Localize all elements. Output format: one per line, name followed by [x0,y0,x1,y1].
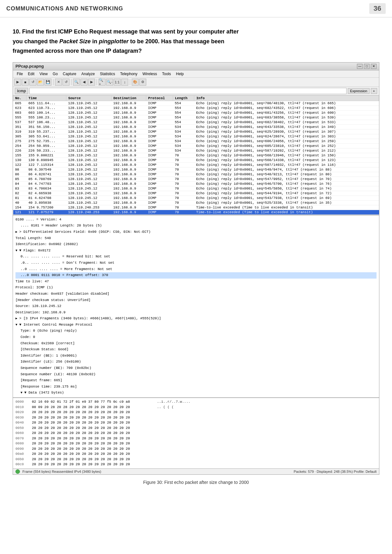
table-cell: 192.168.0.9 [111,139,146,143]
minimize-button[interactable]: — [357,64,363,69]
menu-go[interactable]: Go [50,71,60,77]
hex-ascii: .. ( ( ( [157,405,174,410]
table-row[interactable]: 121121 7.075279128.119.240.253192.168.0.… [13,210,379,214]
col-length[interactable]: Length [173,95,194,101]
detail-line: [Header checksum status: Unverified] [15,297,377,304]
table-cell: 70 [173,186,194,191]
table-row[interactable]: 130130 8.898945128.119.245.12192.168.0.9… [13,158,379,162]
table-cell: Echo (ping) reply id=0x0001, seq=682/435… [194,105,379,110]
table-cell: 192.168.0.9 [111,124,146,129]
menu-edit[interactable]: Edit [25,71,37,77]
table-row[interactable]: 665665 111.64...128.119.245.12192.168.0.… [13,101,379,105]
detail-line[interactable]: > [3 IPv4 Fragments (3460 bytes): #666(1… [15,316,377,322]
table-cell: 555 108.23... [27,115,66,120]
detail-line[interactable]: > Differentiated Services Field: 0x00 (D… [15,229,377,235]
toolbar-start[interactable]: ▶ [14,79,21,86]
toolbar-close[interactable]: ✕ [55,79,62,86]
table-cell: 128.110.245.12 [66,120,112,124]
hex-bytes: 20 20 20 20 20 20 20 20 20 20 20 20 20 2… [32,462,152,467]
plus-button[interactable]: + [371,88,377,94]
hex-line: 00b020 20 20 20 20 20 20 20 20 20 20 20 … [15,457,377,462]
toolbar-save[interactable]: 💾 [45,79,51,86]
table-row[interactable]: 319319 55.237...128.119.245.12192.168.0.… [13,129,379,134]
table-row[interactable]: 305305 53.641...128.119.245.12192.168.0.… [13,134,379,139]
col-protocol[interactable]: Protocol [146,95,173,101]
table-cell: 128.119.245.12 [66,129,112,134]
table-cell: 154 9.757260 [27,205,66,210]
col-no[interactable]: No. [13,95,27,101]
table-row[interactable]: 351351 56.150...128.119.245.12192.168.0.… [13,124,379,129]
table-cell: 128.119.245.12 [66,177,112,181]
toolbar-zoom-out[interactable]: 🔍- [106,79,113,86]
toolbar-find[interactable]: 🔍 [73,79,80,86]
restore-button[interactable]: □ [364,64,370,69]
detail-line: [Checksum Status: Good] [15,346,377,353]
table-cell: 86 4.826741 [27,172,66,177]
toolbar-stop[interactable]: ■ [22,79,29,86]
table-row[interactable]: 8585 4.788769128.119.245.12192.168.0.9IC… [13,177,379,181]
page-number: 36 [369,3,386,14]
table-cell: Echo (ping) reply id=0x0001, seq=682/384… [194,120,379,124]
table-row[interactable]: 603603 109.14...128.119.245.12192.168.0.… [13,110,379,115]
col-time[interactable]: Time [27,95,66,101]
table-row[interactable]: 275275 52.735...128.119.245.12192.168.0.… [13,139,379,143]
toolbar-colorize[interactable]: 🎨 [132,79,139,86]
table-cell: 603 [13,110,27,115]
table-row[interactable]: 4040 3.895038128.119.245.12192.168.0.9IC… [13,200,379,205]
table-row[interactable]: 154154 9.757260128.119.240.253192.168.0.… [13,205,379,210]
toolbar-resize[interactable]: ↕ [121,79,128,86]
table-row[interactable]: 537537 106.48...128.110.245.12192.168.0.… [13,120,379,124]
menu-analyze[interactable]: Analyze [79,71,98,77]
table-cell: ICMP [146,186,173,191]
toolbar-restart[interactable]: ↺ [29,79,36,86]
table-cell: 70 [173,200,194,205]
table-cell: Echo (ping) reply id=0x0001, seq=548/921… [194,172,379,177]
detail-line: ▼ Data (3472 bytes) [15,390,377,396]
hex-offset: 0060 [15,431,27,436]
toolbar-open[interactable]: 📂 [37,79,44,86]
table-cell: 192.168.0.9 [111,120,146,124]
toolbar-reload[interactable]: ↺ [63,79,69,86]
menu-wireless[interactable]: Wireless [140,71,160,77]
table-row[interactable]: 8282 4.665938128.119.245.12192.168.0.9IC… [13,191,379,196]
detail-line: ▼ Flags: 0x0172 [15,248,377,254]
menu-telephony[interactable]: Telephony [118,71,140,77]
toolbar-prev[interactable]: ◀ [81,79,87,86]
col-destination[interactable]: Destination [111,95,146,101]
detail-line: [Request frame: 665] [15,377,377,384]
toolbar-coloring[interactable]: ⚙ [139,79,146,86]
toolbar-normal-size[interactable]: 1:1 [114,79,121,86]
table-cell: 85 4.788769 [27,177,66,181]
hex-bytes: 20 20 20 20 20 20 20 20 20 20 20 20 20 2… [32,420,152,425]
table-row[interactable]: 155155 9.800221128.119.245.12192.168.0.9… [13,153,379,158]
table-row[interactable]: 8484 4.747703128.119.245.12192.168.0.9IC… [13,181,379,186]
table-cell: 128.119.240.253 [66,210,112,214]
expression-button[interactable]: Expression [348,88,369,94]
table-row[interactable]: 8383 4.706634128.119.245.12192.168.0.9IC… [13,186,379,191]
menu-file[interactable]: File [14,71,25,77]
table-row[interactable]: 226226 50.233...128.119.245.12192.168.0.… [13,148,379,153]
table-row[interactable]: 555555 108.23...128.119.245.12192.168.0.… [13,115,379,120]
table-cell: 305 53.641... [27,134,66,139]
table-row[interactable]: 623623 110.73...128.119.245.12192.168.0.… [13,105,379,110]
table-row[interactable]: 8686 4.826741128.119.245.12192.168.0.9IC… [13,172,379,177]
table-row[interactable]: 8181 4.624708128.119.245.12192.168.0.9IC… [13,196,379,200]
col-info[interactable]: Info [194,95,379,101]
table-row[interactable]: 9898 6.397549128.119.245.12192.168.0.9IC… [13,167,379,172]
toolbar-zoom-in[interactable]: 🔍+ [99,79,106,86]
detail-line: Protocol: ICMP (1) [15,285,377,291]
col-source[interactable]: Source [66,95,112,101]
table-cell: Echo (ping) reply id=0x0001, seq=546/570… [194,181,379,186]
figure-caption: Figure 30: First echo packet after size … [13,480,379,488]
menu-help[interactable]: Help [173,71,186,77]
table-cell: 192.168.0.9 [111,101,146,105]
menu-capture[interactable]: Capture [60,71,79,77]
table-row[interactable]: 254254 50.959...128.119.245.12192.168.0.… [13,143,379,148]
menu-statistics[interactable]: Statistics [97,71,118,77]
toolbar-next[interactable]: ▶ [88,79,95,86]
menu-tools[interactable]: Tools [160,71,173,77]
menu-view[interactable]: View [37,71,50,77]
table-row[interactable]: 122122 7.115314128.119.245.12192.168.0.9… [13,162,379,167]
filter-input[interactable] [29,88,347,94]
close-button[interactable]: ✕ [371,64,377,69]
